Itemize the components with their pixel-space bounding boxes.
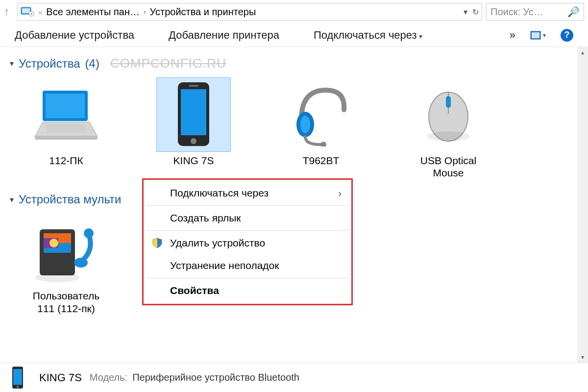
svg-rect-7 xyxy=(46,94,85,118)
mouse-icon xyxy=(412,78,485,151)
svg-rect-1 xyxy=(22,8,30,13)
svg-point-13 xyxy=(191,138,196,144)
device-label: T962BT xyxy=(303,154,340,167)
svg-rect-9 xyxy=(35,136,98,140)
separator xyxy=(147,230,348,231)
add-printer-button[interactable]: Добавление принтера xyxy=(169,29,279,42)
group-label: Устройства xyxy=(19,57,80,71)
context-menu: Подключаться через › Создать ярлык Удали… xyxy=(142,178,353,305)
breadcrumb-crumb-1[interactable]: Все элементы пан… xyxy=(46,6,140,18)
svg-point-3 xyxy=(31,13,32,15)
chevron-down-icon[interactable]: ▾ xyxy=(464,7,467,17)
chevron-right-icon: › xyxy=(338,188,342,199)
device-item-media[interactable]: Пользователь 111 (112-пк) xyxy=(24,213,108,314)
scroll-up-icon[interactable]: ▴ xyxy=(577,47,588,58)
chevron-down-icon[interactable]: ▾ xyxy=(10,59,14,68)
chevron-right-icon[interactable]: › xyxy=(144,8,146,16)
device-item-king7s[interactable]: KING 7S xyxy=(152,78,235,179)
svg-rect-10 xyxy=(47,124,86,133)
separator xyxy=(147,205,348,206)
svg-point-17 xyxy=(320,142,326,147)
ctx-label: Создать ярлык xyxy=(170,212,241,224)
view-options-button[interactable]: ▾ xyxy=(530,31,546,40)
content-pane: ▾ Устройства (4) COMPCONFIG.RU 112-ПК xyxy=(0,47,588,363)
search-input[interactable]: Поиск: Ус… 🔎 xyxy=(486,3,584,21)
svg-rect-19 xyxy=(446,96,451,108)
svg-point-27 xyxy=(35,272,80,282)
svg-rect-14 xyxy=(189,85,198,87)
svg-rect-5 xyxy=(532,32,539,38)
ctx-remove-device[interactable]: Удалить устройство xyxy=(144,232,351,254)
details-model-label: Модель: xyxy=(90,372,127,383)
search-icon[interactable]: 🔎 xyxy=(567,6,580,18)
details-name: KING 7S xyxy=(39,371,82,384)
details-model-value: Периферийное устройство Bluetooth xyxy=(132,372,299,383)
device-label: KING 7S xyxy=(173,154,214,167)
ctx-create-shortcut[interactable]: Создать ярлык xyxy=(144,207,351,229)
ctx-label: Удалить устройство xyxy=(170,237,265,249)
svg-point-26 xyxy=(49,239,58,247)
group-header-devices[interactable]: ▾ Устройства (4) COMPCONFIG.RU xyxy=(10,56,578,71)
breadcrumb-crumb-2[interactable]: Устройства и принтеры xyxy=(150,6,256,18)
ctx-label: Устранение неполадок xyxy=(170,260,279,271)
media-server-icon xyxy=(29,213,103,287)
headset-icon xyxy=(284,78,358,151)
scroll-down-icon[interactable]: ▾ xyxy=(577,352,588,363)
shield-icon xyxy=(151,237,163,249)
svg-rect-31 xyxy=(13,369,22,385)
ctx-label: Подключаться через xyxy=(170,187,269,199)
refresh-icon[interactable]: ↻ xyxy=(472,7,479,17)
ctx-troubleshoot[interactable]: Устранение неполадок xyxy=(144,254,351,277)
help-button[interactable]: ? xyxy=(561,29,573,42)
ctx-connect-via[interactable]: Подключаться через › xyxy=(144,182,351,204)
command-bar: Добавление устройства Добавление принтер… xyxy=(0,24,588,47)
search-placeholder: Поиск: Ус… xyxy=(490,6,543,18)
control-panel-icon xyxy=(21,6,34,18)
group-count: (4) xyxy=(85,57,99,71)
device-label: 112-ПК xyxy=(49,154,83,167)
device-label: Пользователь 111 (112-пк) xyxy=(24,290,108,314)
phone-icon xyxy=(157,78,230,151)
address-bar: ↑ « Все элементы пан… › Устройства и при… xyxy=(0,0,588,24)
watermark-text: COMPCONFIG.RU xyxy=(110,56,226,71)
nav-arrows: ↑ xyxy=(4,5,13,18)
ctx-properties[interactable]: Свойства xyxy=(144,279,351,302)
device-item-112pc[interactable]: 112-ПК xyxy=(24,78,108,179)
svg-rect-12 xyxy=(181,89,206,135)
chevron-down-icon[interactable]: ▾ xyxy=(10,195,14,204)
up-icon[interactable]: ↑ xyxy=(4,5,9,18)
svg-point-29 xyxy=(84,228,94,238)
connect-via-dropdown[interactable]: Подключаться через xyxy=(314,29,422,42)
svg-point-16 xyxy=(300,116,310,133)
ctx-label: Свойства xyxy=(170,285,219,296)
device-item-mouse[interactable]: USB Optical Mouse xyxy=(407,78,490,179)
overflow-button[interactable]: » xyxy=(510,29,515,42)
devices-grid: 112-ПК KING 7S xyxy=(10,73,578,189)
device-label: USB Optical Mouse xyxy=(407,154,490,179)
breadcrumb[interactable]: « Все элементы пан… › Устройства и принт… xyxy=(17,3,482,21)
svg-point-32 xyxy=(17,386,19,388)
svg-point-20 xyxy=(427,131,470,141)
details-pane: KING 7S Модель: Периферийное устройство … xyxy=(0,363,588,392)
group-label: Устройства мульти xyxy=(19,193,122,206)
device-item-t962bt[interactable]: T962BT xyxy=(279,78,363,179)
details-model: Модель: Периферийное устройство Bluetoot… xyxy=(90,372,299,383)
breadcrumb-prefix: « xyxy=(38,8,42,16)
vertical-scrollbar[interactable]: ▴ ▾ xyxy=(577,47,588,363)
breadcrumb-dropdowns: ▾ ↻ xyxy=(464,7,479,17)
phone-icon xyxy=(4,366,31,390)
svg-point-28 xyxy=(74,258,88,268)
laptop-icon xyxy=(29,78,103,151)
add-device-button[interactable]: Добавление устройства xyxy=(15,29,134,42)
separator xyxy=(147,278,348,278)
